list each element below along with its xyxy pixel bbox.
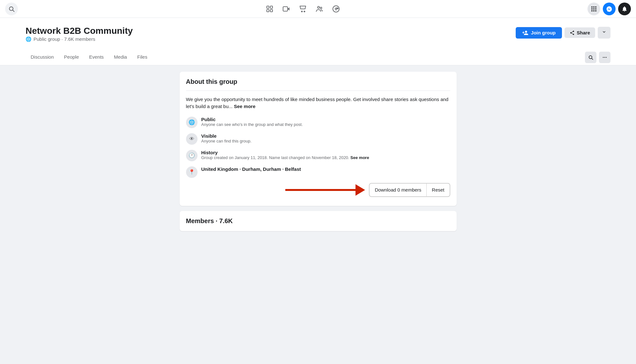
reset-button[interactable]: Reset bbox=[427, 184, 449, 196]
see-more-description[interactable]: See more bbox=[234, 104, 256, 109]
join-button-label: Join group bbox=[531, 30, 556, 35]
group-meta: 🌐 Public group · 7.6K members bbox=[26, 36, 133, 42]
marketplace-nav-button[interactable] bbox=[295, 1, 311, 17]
top-nav bbox=[0, 0, 636, 18]
about-card: About this group We give you the opportu… bbox=[180, 72, 457, 206]
svg-line-1 bbox=[13, 10, 14, 11]
svg-point-8 bbox=[301, 11, 302, 12]
info-location-text: United Kingdom · Durham, Durham · Belfas… bbox=[201, 166, 301, 172]
home-nav-button[interactable] bbox=[262, 1, 277, 17]
gaming-nav-button[interactable] bbox=[328, 1, 344, 17]
main-content: About this group We give you the opportu… bbox=[175, 65, 462, 243]
visible-title: Visible bbox=[201, 133, 252, 139]
svg-point-25 bbox=[595, 10, 596, 11]
download-members-button[interactable]: Download 0 members bbox=[370, 184, 426, 196]
tab-actions bbox=[585, 52, 610, 63]
svg-point-30 bbox=[606, 57, 607, 58]
history-subtitle: Group created on January 11, 2018. Name … bbox=[201, 155, 369, 160]
svg-point-9 bbox=[304, 11, 305, 12]
svg-point-19 bbox=[595, 6, 596, 8]
group-actions: Join group Share bbox=[516, 27, 610, 39]
svg-line-27 bbox=[592, 58, 593, 60]
about-divider bbox=[186, 91, 450, 91]
eye-icon: 👁 bbox=[186, 133, 198, 145]
public-title: Public bbox=[201, 117, 303, 122]
group-title-section: Network B2B Community 🌐 Public group · 7… bbox=[26, 25, 133, 47]
search-button[interactable] bbox=[5, 3, 18, 15]
group-header: Network B2B Community 🌐 Public group · 7… bbox=[0, 18, 636, 65]
svg-point-24 bbox=[593, 10, 595, 11]
download-reset-container: Download 0 members Reset bbox=[369, 183, 450, 197]
svg-point-29 bbox=[604, 57, 605, 58]
svg-rect-5 bbox=[270, 10, 273, 12]
nav-center-icons bbox=[262, 1, 344, 17]
svg-rect-6 bbox=[283, 7, 288, 11]
info-history: 🕐 History Group created on January 11, 2… bbox=[186, 150, 450, 161]
members-title: Members · 7.6K bbox=[186, 217, 450, 225]
svg-point-23 bbox=[591, 10, 593, 11]
tab-discussion[interactable]: Discussion bbox=[26, 50, 59, 65]
tab-nav: Discussion People Events Media Files bbox=[26, 50, 610, 65]
info-location: 📍 United Kingdom · Durham, Durham · Belf… bbox=[186, 166, 450, 178]
svg-rect-4 bbox=[267, 10, 269, 12]
nav-left bbox=[5, 3, 18, 15]
grid-menu-button[interactable] bbox=[587, 3, 600, 15]
svg-point-21 bbox=[593, 8, 595, 10]
visible-subtitle: Anyone can find this group. bbox=[201, 139, 252, 143]
clock-icon: 🕐 bbox=[186, 150, 198, 161]
share-button[interactable]: Share bbox=[565, 27, 595, 38]
public-subtitle: Anyone can see who's in the group and wh… bbox=[201, 122, 303, 127]
globe-icon: 🌐 bbox=[26, 36, 32, 42]
svg-point-16 bbox=[338, 8, 338, 9]
svg-rect-3 bbox=[270, 6, 273, 8]
location-title: United Kingdom · Durham, Durham · Belfas… bbox=[201, 166, 301, 172]
share-button-label: Share bbox=[577, 30, 590, 35]
tab-search-button[interactable] bbox=[585, 52, 596, 63]
svg-point-18 bbox=[593, 6, 595, 8]
tab-files[interactable]: Files bbox=[132, 50, 153, 65]
tab-more-button[interactable] bbox=[599, 52, 610, 63]
arrow-head bbox=[355, 184, 365, 196]
more-button[interactable] bbox=[598, 27, 610, 39]
nav-right bbox=[587, 3, 631, 15]
svg-point-17 bbox=[591, 6, 593, 8]
svg-point-10 bbox=[318, 6, 319, 8]
members-card: Members · 7.6K bbox=[180, 211, 457, 231]
group-title-row: Network B2B Community 🌐 Public group · 7… bbox=[26, 25, 610, 47]
info-visible: 👁 Visible Anyone can find this group. bbox=[186, 133, 450, 145]
globe-info-icon: 🌐 bbox=[186, 117, 198, 128]
group-title: Network B2B Community bbox=[26, 25, 133, 36]
svg-point-20 bbox=[591, 8, 593, 10]
tab-media[interactable]: Media bbox=[109, 50, 132, 65]
see-more-history[interactable]: See more bbox=[350, 155, 369, 160]
notifications-button[interactable] bbox=[618, 3, 631, 15]
download-area: Download 0 members Reset bbox=[186, 183, 450, 200]
tabs-container: Discussion People Events Media Files bbox=[26, 50, 153, 65]
video-nav-button[interactable] bbox=[279, 1, 294, 17]
about-description: We give you the opportunity to meet hund… bbox=[186, 96, 450, 110]
history-title: History bbox=[201, 150, 369, 155]
red-arrow-indicator bbox=[285, 184, 365, 196]
arrow-line bbox=[285, 189, 355, 191]
join-group-button[interactable]: Join group bbox=[516, 27, 562, 39]
info-history-text: History Group created on January 11, 201… bbox=[201, 150, 369, 160]
svg-point-28 bbox=[603, 57, 604, 58]
info-public-text: Public Anyone can see who's in the group… bbox=[201, 117, 303, 127]
messenger-button[interactable] bbox=[603, 3, 616, 15]
svg-point-22 bbox=[595, 8, 596, 10]
about-title: About this group bbox=[186, 78, 450, 85]
tab-people[interactable]: People bbox=[59, 50, 84, 65]
info-visible-text: Visible Anyone can find this group. bbox=[201, 133, 252, 143]
location-icon: 📍 bbox=[186, 166, 198, 178]
info-public: 🌐 Public Anyone can see who's in the gro… bbox=[186, 117, 450, 128]
svg-rect-2 bbox=[267, 6, 269, 8]
svg-point-11 bbox=[320, 7, 322, 9]
groups-nav-button[interactable] bbox=[312, 1, 327, 17]
tab-events[interactable]: Events bbox=[84, 50, 109, 65]
